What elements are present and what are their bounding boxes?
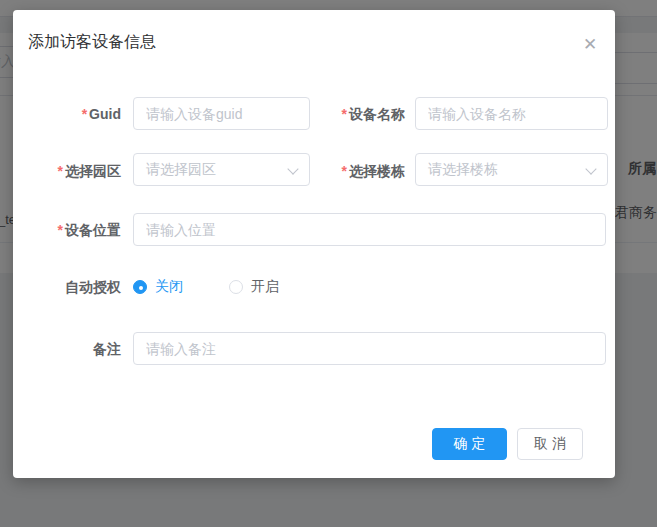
form-row-park-building: *选择园区 请选择园区 *选择楼栋 请选择楼栋: [13, 153, 615, 188]
radio-option-off[interactable]: 关闭: [133, 278, 183, 296]
guid-input[interactable]: [133, 97, 310, 130]
add-visitor-device-modal: 添加访客设备信息 ✕ *Guid *设备名称 *选择园区 请选择园区 *选择楼栋…: [13, 10, 615, 478]
chevron-down-icon: [287, 163, 298, 174]
radio-option-on-label: 开启: [251, 278, 279, 296]
radio-option-off-label: 关闭: [155, 278, 183, 296]
form-row-location: *设备位置: [13, 213, 615, 246]
chevron-down-icon: [585, 163, 596, 174]
confirm-button[interactable]: 确 定: [432, 428, 507, 460]
form-row-remark: 备注: [13, 332, 615, 365]
remark-input[interactable]: [133, 332, 606, 365]
building-label: *选择楼栋: [311, 163, 405, 181]
radio-circle-icon: [229, 280, 243, 294]
radio-circle-icon: [133, 280, 147, 294]
device-name-input[interactable]: [415, 97, 608, 130]
auto-auth-label: 自动授权: [13, 279, 121, 297]
device-name-label: *设备名称: [311, 106, 405, 124]
required-asterisk: *: [342, 163, 347, 179]
guid-label: *Guid: [13, 106, 121, 122]
required-asterisk: *: [342, 106, 347, 122]
radio-option-on[interactable]: 开启: [229, 278, 279, 296]
required-asterisk: *: [58, 163, 63, 179]
park-label: *选择园区: [13, 163, 121, 181]
modal-title: 添加访客设备信息: [28, 32, 156, 53]
close-icon[interactable]: ✕: [576, 30, 604, 58]
required-asterisk: *: [58, 222, 63, 238]
building-select-placeholder: 请选择楼栋: [428, 161, 498, 179]
required-asterisk: *: [82, 106, 87, 122]
auto-auth-radio-group: 关闭 开启: [133, 278, 279, 296]
form-row-guid-name: *Guid *设备名称: [13, 97, 615, 130]
cancel-button[interactable]: 取 消: [517, 428, 583, 460]
location-label: *设备位置: [13, 222, 121, 240]
park-select-placeholder: 请选择园区: [146, 161, 216, 179]
form-row-auto-auth: 自动授权 关闭 开启: [13, 278, 615, 296]
remark-label: 备注: [13, 341, 121, 359]
location-input[interactable]: [133, 213, 606, 246]
park-select[interactable]: 请选择园区: [133, 153, 310, 186]
building-select[interactable]: 请选择楼栋: [415, 153, 608, 186]
